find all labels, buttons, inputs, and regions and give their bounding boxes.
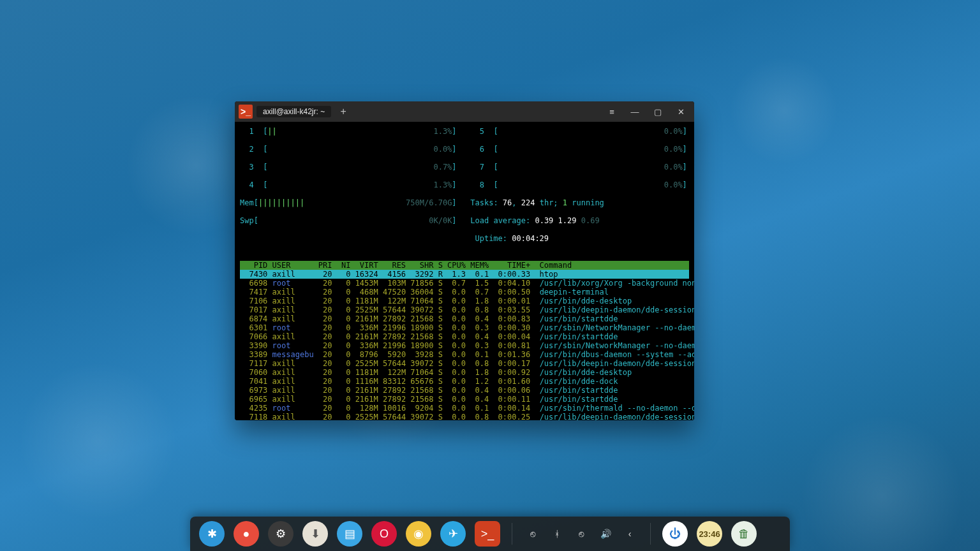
cpu-meter-row: 4 [ 1.3%] 8 [ 0.0%] — [240, 180, 689, 189]
dock-app-control-center[interactable]: ⚙ — [268, 521, 293, 547]
window-close-button[interactable]: ✕ — [671, 102, 690, 121]
process-row-selected[interactable]: 7430 axill 20 0 16324 4156 3292 R 1.3 0.… — [240, 270, 689, 279]
dock-separator — [512, 523, 512, 545]
process-row[interactable]: 4235 root 20 0 128M 10016 9204 S 0.0 0.1… — [240, 404, 694, 413]
cpu-meter-row: 1 [|| 1.3%] 5 [ 0.0%] — [240, 127, 689, 136]
dock-app-opera[interactable]: O — [371, 521, 397, 547]
volume-icon[interactable]: 🔊 — [597, 525, 614, 543]
dock-app-file-manager[interactable]: ▤ — [337, 521, 362, 547]
terminal-window: >_ axill@axill-k42jr: ~ + ≡ — ▢ ✕ 1 [|| … — [235, 101, 694, 420]
process-row[interactable]: 6301 root 20 0 336M 21996 18900 S 0.0 0.… — [240, 323, 694, 332]
process-row[interactable]: 7106 axill 20 0 1181M 122M 71064 S 0.0 1… — [240, 297, 632, 305]
process-row[interactable]: 7117 axill 20 0 2525M 57644 39072 S 0.0 … — [240, 359, 694, 368]
dock-app-terminal[interactable]: >_ — [475, 521, 500, 547]
process-row[interactable]: 7066 axill 20 0 2161M 27892 21568 S 0.0 … — [240, 332, 618, 341]
clock[interactable]: 23:46 — [697, 521, 722, 547]
dock: ✱●⚙⬇▤O◉✈>_ ⎋ᚼ⎋🔊‹ ⏻23:46🗑 — [190, 517, 790, 551]
process-row[interactable]: 7041 axill 20 0 1116M 83312 65676 S 0.0 … — [240, 377, 618, 386]
terminal-body[interactable]: 1 [|| 1.3%] 5 [ 0.0%] 2 [ 0.0%] 6 [ 0.0%… — [235, 122, 694, 420]
process-row[interactable]: 7118 axill 20 0 2525M 57644 39072 S 0.0 … — [240, 413, 694, 420]
window-maximize-button[interactable]: ▢ — [648, 102, 667, 121]
dock-app-launcher[interactable]: ✱ — [199, 521, 225, 547]
process-row[interactable]: 6965 axill 20 0 2161M 27892 21568 S 0.0 … — [240, 395, 618, 404]
process-row[interactable]: 3389 messagebu 20 0 8796 5920 3928 S 0.0… — [240, 350, 694, 359]
usb-icon[interactable]: ⎋ — [524, 525, 542, 543]
process-row[interactable]: 3390 root 20 0 336M 21996 18900 S 0.0 0.… — [240, 341, 694, 350]
dock-app-chrome[interactable]: ◉ — [406, 521, 431, 547]
dock-app-screen-recorder[interactable]: ● — [234, 521, 259, 547]
mem-meter-row: Mem[|||||||||| 750M/6.70G] Tasks: 76, 22… — [240, 198, 689, 207]
uptime-row: Uptime: 00:04:29 — [240, 234, 689, 243]
window-menu-button[interactable]: ≡ — [602, 102, 621, 121]
process-row[interactable]: 7060 axill 20 0 1181M 122M 71064 S 0.0 1… — [240, 368, 632, 377]
trash-icon[interactable]: 🗑 — [731, 521, 757, 547]
process-row[interactable]: 7017 axill 20 0 2525M 57644 39072 S 0.0 … — [240, 305, 694, 314]
cpu-meter-row: 2 [ 0.0%] 6 [ 0.0%] — [240, 145, 689, 154]
terminal-app-icon: >_ — [239, 105, 253, 119]
power-button[interactable]: ⏻ — [662, 521, 688, 547]
window-minimize-button[interactable]: — — [625, 102, 644, 121]
cpu-meter-row: 3 [ 0.7%] 7 [ 0.0%] — [240, 163, 689, 172]
dock-separator — [650, 523, 651, 545]
wifi-icon[interactable]: ⎋ — [572, 525, 590, 543]
swp-meter-row: Swp[ 0K/0K] Load average: 0.39 1.29 0.69 — [240, 216, 689, 225]
process-row[interactable]: 7417 axill 20 0 468M 47520 36004 S 0.0 0… — [240, 288, 609, 297]
bluetooth-icon[interactable]: ᚼ — [548, 525, 566, 543]
dock-app-app-store[interactable]: ⬇ — [302, 521, 328, 547]
collapse-icon[interactable]: ‹ — [621, 525, 639, 543]
process-row[interactable]: 6874 axill 20 0 2161M 27892 21568 S 0.0 … — [240, 314, 618, 323]
new-tab-button[interactable]: + — [335, 103, 352, 120]
window-titlebar[interactable]: >_ axill@axill-k42jr: ~ + ≡ — ▢ ✕ — [235, 101, 694, 122]
terminal-tab[interactable]: axill@axill-k42jr: ~ — [256, 106, 331, 117]
process-row[interactable]: 6698 root 20 0 1453M 103M 71856 S 0.7 1.… — [240, 279, 694, 288]
process-header[interactable]: PID USER PRI NI VIRT RES SHR S CPU% MEM%… — [240, 261, 689, 270]
dock-app-telegram[interactable]: ✈ — [440, 521, 466, 547]
process-row[interactable]: 6973 axill 20 0 2161M 27892 21568 S 0.0 … — [240, 386, 618, 395]
